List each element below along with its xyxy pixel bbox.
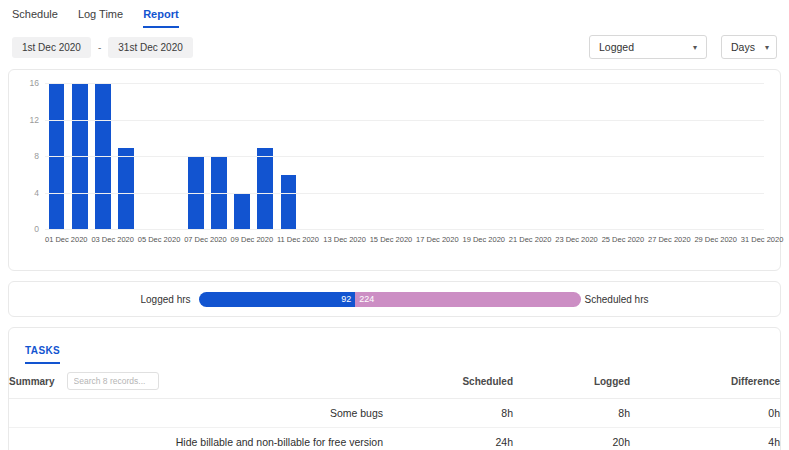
x-axis-tick-label: 11 Dec 2020	[277, 235, 319, 244]
metric-dropdown-value: Logged	[599, 41, 634, 53]
granularity-dropdown[interactable]: Days ▾	[721, 35, 777, 59]
tasks-header-row: Summary Scheduled Logged Difference	[9, 364, 780, 399]
tasks-table: Summary Scheduled Logged Difference Some…	[9, 364, 780, 450]
logged-vs-scheduled-panel: Logged hrs 92 224 Scheduled hrs	[8, 281, 781, 317]
bar-slot	[207, 84, 230, 230]
bar-slot	[323, 84, 346, 230]
chevron-down-icon: ▾	[765, 43, 769, 52]
gridline: 8	[45, 156, 764, 157]
y-axis-tick-label: 8	[17, 151, 39, 161]
x-axis-labels: 01 Dec 202003 Dec 202005 Dec 202007 Dec …	[45, 235, 764, 249]
cell-scheduled: 8h	[383, 399, 513, 428]
bar	[95, 84, 111, 230]
x-axis-tick-label: 25 Dec 2020	[602, 235, 645, 244]
bar-slot	[231, 84, 254, 230]
bar-plot: 0481216	[45, 84, 764, 230]
bar	[211, 157, 227, 230]
bar	[49, 84, 65, 230]
logged-vs-scheduled-bar: 92 224	[199, 292, 581, 307]
x-axis-tick-label: 15 Dec 2020	[370, 235, 413, 244]
bar	[281, 175, 297, 230]
x-axis-tick-label: 31 Dec 2020	[741, 235, 784, 244]
bar-slot	[138, 84, 161, 230]
bar	[118, 148, 134, 230]
x-axis-tick-label: 09 Dec 2020	[231, 235, 274, 244]
cell-logged: 20h	[513, 428, 630, 450]
x-axis-tick-label: 21 Dec 2020	[509, 235, 552, 244]
logged-hrs-label: Logged hrs	[141, 294, 191, 305]
table-row[interactable]: Hide billable and non-billable for free …	[9, 428, 780, 450]
bar-slot	[486, 84, 509, 230]
bar-slot	[300, 84, 323, 230]
x-axis-tick-label: 19 Dec 2020	[462, 235, 505, 244]
gridline: 0	[45, 229, 764, 230]
bars-layer	[45, 84, 764, 230]
cell-logged: 8h	[513, 399, 630, 428]
tab-report[interactable]: Report	[143, 8, 178, 28]
bar-slot	[68, 84, 91, 230]
bar-slot	[625, 84, 648, 230]
x-axis-tick-label: 29 Dec 2020	[694, 235, 737, 244]
x-axis-tick-label: 27 Dec 2020	[648, 235, 691, 244]
bar-slot	[45, 84, 68, 230]
bar-slot	[393, 84, 416, 230]
cell-summary: Some bugs	[9, 399, 383, 428]
date-range-separator: -	[98, 42, 101, 53]
y-axis-tick-label: 16	[17, 78, 39, 88]
bar-slot	[416, 84, 439, 230]
y-axis-tick-label: 0	[17, 224, 39, 234]
bar	[257, 148, 273, 230]
y-axis-tick-label: 12	[17, 115, 39, 125]
bar	[234, 194, 250, 231]
bar	[72, 84, 88, 230]
logged-hours-chart-panel: 0481216 01 Dec 202003 Dec 202005 Dec 202…	[8, 69, 781, 271]
date-to-chip[interactable]: 31st Dec 2020	[108, 37, 193, 58]
bar-slot	[91, 84, 114, 230]
scheduled-segment: 224	[355, 292, 580, 307]
gridline: 16	[45, 83, 764, 84]
tab-log-time[interactable]: Log Time	[78, 8, 123, 28]
y-axis-tick-label: 4	[17, 188, 39, 198]
metric-dropdown[interactable]: Logged ▾	[589, 35, 707, 59]
bar-slot	[648, 84, 671, 230]
bar-slot	[346, 84, 369, 230]
logged-segment: 92	[199, 292, 356, 307]
cell-summary: Hide billable and non-billable for free …	[9, 428, 383, 450]
search-input[interactable]	[67, 372, 159, 390]
cell-scheduled: 24h	[383, 428, 513, 450]
logged-column-header[interactable]: Logged	[513, 364, 630, 399]
cell-difference: 0h	[630, 399, 780, 428]
scheduled-column-header[interactable]: Scheduled	[383, 364, 513, 399]
bar-slot	[115, 84, 138, 230]
bar-slot	[602, 84, 625, 230]
bar-slot	[671, 84, 694, 230]
x-axis-tick-label: 03 Dec 2020	[91, 235, 134, 244]
x-axis-tick-label: 23 Dec 2020	[555, 235, 598, 244]
bar-slot	[277, 84, 300, 230]
bar-slot	[509, 84, 532, 230]
x-axis-tick-label: 07 Dec 2020	[184, 235, 227, 244]
difference-column-header[interactable]: Difference	[630, 364, 780, 399]
bar-slot	[439, 84, 462, 230]
main-tabbar: Schedule Log Time Report	[0, 0, 789, 28]
scheduled-hrs-label: Scheduled hrs	[585, 294, 649, 305]
tasks-tbody: Some bugs8h8h0hHide billable and non-bil…	[9, 399, 780, 450]
bar-slot	[717, 84, 740, 230]
table-row[interactable]: Some bugs8h8h0h	[9, 399, 780, 428]
x-axis-tick-label: 17 Dec 2020	[416, 235, 459, 244]
chevron-down-icon: ▾	[693, 43, 697, 52]
bar-slot	[254, 84, 277, 230]
date-from-chip[interactable]: 1st Dec 2020	[12, 37, 91, 58]
bar-slot	[184, 84, 207, 230]
scheduled-value: 224	[359, 294, 374, 304]
tab-schedule[interactable]: Schedule	[12, 8, 58, 28]
tasks-section-tab[interactable]: TASKS	[25, 345, 60, 364]
gridline: 4	[45, 193, 764, 194]
bar-slot	[741, 84, 764, 230]
bar-slot	[694, 84, 717, 230]
bar	[188, 157, 204, 230]
granularity-dropdown-value: Days	[731, 41, 755, 53]
bar-slot	[555, 84, 578, 230]
x-axis-tick-label: 13 Dec 2020	[323, 235, 366, 244]
x-axis-tick-label: 05 Dec 2020	[138, 235, 181, 244]
